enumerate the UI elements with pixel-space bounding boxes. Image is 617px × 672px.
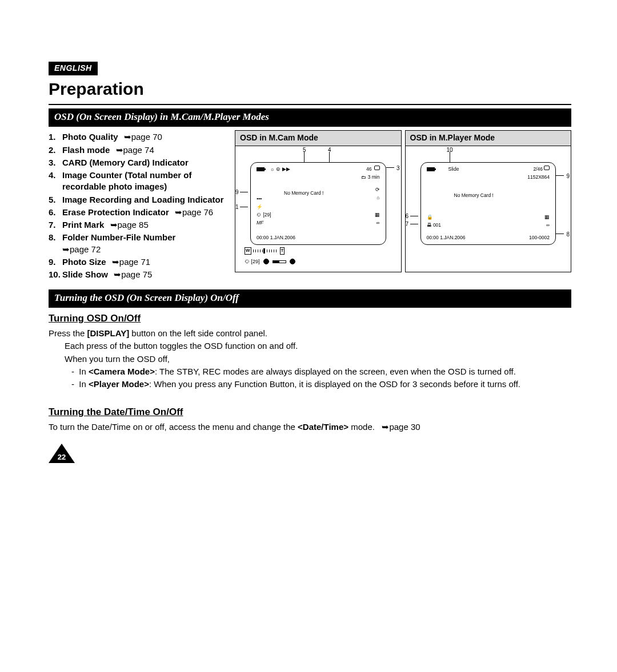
body-text: To turn the Date/Time on or off, access … <box>49 421 571 433</box>
callout-item: Slide Show ➥page 75 <box>49 269 226 280</box>
osd-icon: ∞ <box>376 220 379 226</box>
callout-item: Flash mode ➥page 74 <box>49 144 226 156</box>
osd-icons-row: ☼ ⊚ ▶▶ <box>270 166 290 172</box>
callout-num: 3 <box>396 164 400 172</box>
card-icon <box>374 166 380 170</box>
divider <box>49 104 571 105</box>
osd-icon: ▦ <box>544 214 550 220</box>
callout-num: 8 <box>566 231 570 239</box>
body-text: Each press of the button toggles the OSD… <box>49 340 571 352</box>
osd-indicator-icon: ⟳ <box>375 187 380 193</box>
osd-no-card: No Memory Card ! <box>454 192 494 199</box>
callout-item: CARD (Memory Card) Indicator <box>49 157 226 168</box>
section-bar-osd-modes: OSD (On Screen Display) in M.Cam/M.Playe… <box>49 108 571 127</box>
battery-icon <box>257 167 265 171</box>
panel-mplayer: OSD in M.Player Mode 10 9 6 7 8 <box>405 130 572 272</box>
callout-item: Print Mark ➥page 85 <box>49 219 226 231</box>
page-title: Preparation <box>49 78 571 101</box>
callout-item: Image Counter (Total number of recordabl… <box>49 170 226 193</box>
rec-indicator-row: ⏲ [29] <box>245 258 295 265</box>
body-text: When you turn the OSD off, <box>49 353 571 365</box>
body-text: Press the [DISPLAY] button on the left s… <box>49 328 571 339</box>
callout-list: Photo Quality ➥page 70 Flash mode ➥page … <box>49 131 226 280</box>
callout-item: Erase Protection Indicator ➥page 76 <box>49 207 226 218</box>
battery-icon <box>427 167 435 171</box>
callout-num: 9 <box>235 188 239 196</box>
osd-slide: Slide <box>448 166 459 172</box>
subheading-datetime-onoff: Turning the Date/Time On/Off <box>49 406 571 419</box>
osd-quality-icon: ▪▪▪ <box>257 196 262 202</box>
callout-item: Photo Size ➥page 71 <box>49 256 226 268</box>
osd-print-mark: 🖶 001 <box>427 222 442 228</box>
svg-text:22: 22 <box>58 453 66 461</box>
osd-folder-file: 100-0002 <box>529 235 550 241</box>
osd-count: 46 <box>366 166 371 172</box>
osd-remaining: 🗀 3 min <box>361 174 379 180</box>
page-number: 22 <box>49 444 571 463</box>
callout-item: Image Recording and Loading Indicator <box>49 194 226 206</box>
body-text: - In <Player Mode>: When you press any F… <box>49 379 571 390</box>
osd-icon: ▦ <box>375 212 380 218</box>
osd-image-count: 2/46 <box>533 166 543 172</box>
callout-item: Folder Number-File Number ➥page 72 <box>49 232 226 255</box>
subheading-osd-onoff: Turning OSD On/Off <box>49 312 571 325</box>
callout-item: Photo Quality ➥page 70 <box>49 131 226 143</box>
osd-photo-size: 1152X864 <box>527 174 550 180</box>
section-bar-osd-onoff: Turning the OSD (On Screen Display) On/O… <box>49 289 571 308</box>
osd-no-card: No Memory Card ! <box>284 190 323 196</box>
osd-icon: ∞ <box>546 222 550 228</box>
body-text: - In <Camera Mode>: The STBY, REC modes … <box>49 366 571 377</box>
callout-num: 1 <box>235 203 239 211</box>
panel-mcam: OSD in M.Cam Mode 5 4 3 9 <box>235 130 402 272</box>
panel-mcam-title: OSD in M.Cam Mode <box>235 131 401 146</box>
osd-self-timer: ⏲ [29] <box>257 212 271 218</box>
callout-num: 6 <box>406 212 409 220</box>
osd-indicator-icon: ⌂ <box>376 195 379 201</box>
osd-mf: MF <box>257 220 263 226</box>
language-tag: ENGLISH <box>49 62 98 75</box>
callout-num: 9 <box>566 172 570 180</box>
osd-datetime: 00:00 1.JAN.2006 <box>427 235 466 241</box>
osd-flash-icon: ⚡ <box>257 204 263 210</box>
osd-screen-mcam: ☼ ⊚ ▶▶ 46 🗀 3 min No Memory Card ! ⟳ ⌂ ▪… <box>250 162 386 245</box>
osd-datetime: 00:00 1.JAN.2006 <box>257 235 295 241</box>
osd-protect-icon: 🔒 <box>427 214 433 220</box>
callout-num: 7 <box>406 220 409 228</box>
panel-mplayer-title: OSD in M.Player Mode <box>406 131 571 146</box>
card-icon <box>544 166 550 170</box>
osd-screen-mplayer: Slide 2/46 1152X864 No Memory Card ! 🔒 ▦… <box>420 162 556 245</box>
zoom-bar: W T <box>245 247 285 255</box>
